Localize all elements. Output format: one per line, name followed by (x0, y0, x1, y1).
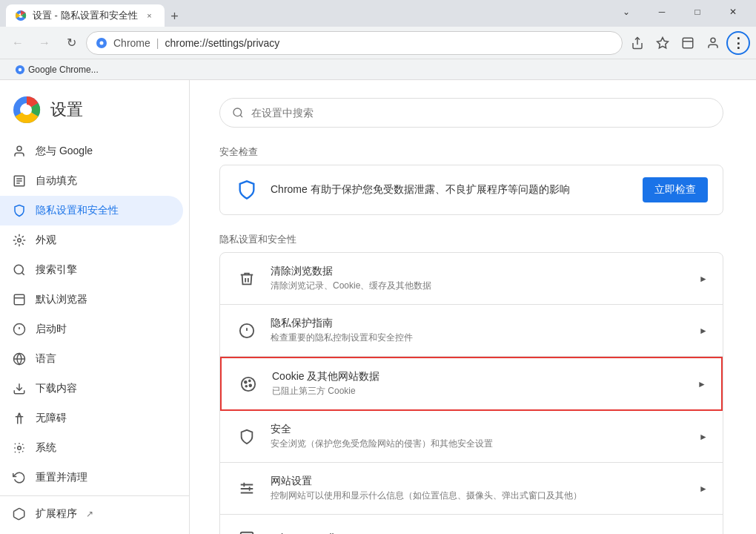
clear-browsing-icon (235, 267, 259, 291)
profile-button[interactable] (701, 31, 725, 55)
security-desc: 安全浏览（保护您免受危险网站的侵害）和其他安全设置 (271, 438, 687, 450)
sidebar-google-label: 您与 Google (36, 145, 93, 158)
svg-point-41 (245, 385, 247, 386)
chrome-bookmark-icon (15, 65, 25, 75)
menu-button[interactable]: ⋮ (726, 31, 750, 55)
sidebar: 设置 您与 Google 自动填充 隐私设置和安全性 外观 (0, 80, 190, 534)
privacy-item-site-settings[interactable]: 网站设置 控制网站可以使用和显示什么信息（如位置信息、摄像头、弹出式窗口及其他）… (220, 463, 723, 515)
tab-search-icon (681, 36, 694, 50)
address-bar[interactable]: Chrome | chrome://settings/privacy (86, 31, 623, 55)
svg-point-14 (17, 146, 21, 151)
sidebar-autofill-label: 自动填充 (36, 174, 77, 188)
privacy-guide-content: 隐私保护指南 检查重要的隐私控制设置和安全控件 (271, 317, 687, 344)
sidebar-item-autofill[interactable]: 自动填充 (0, 166, 183, 196)
forward-button[interactable]: → (33, 31, 56, 55)
svg-point-10 (19, 67, 21, 70)
reset-icon (12, 470, 27, 485)
clear-browsing-arrow: ► (699, 274, 708, 284)
sidebar-item-google[interactable]: 您与 Google (0, 136, 183, 166)
minimize-icon: ─ (659, 7, 666, 17)
cookies-icon (236, 372, 260, 396)
sidebar-item-system[interactable]: 系统 (0, 433, 183, 463)
address-domain: Chrome (113, 37, 150, 49)
close-tab-button[interactable]: × (144, 10, 156, 22)
sidebar-item-reset[interactable]: 重置并清理 (0, 463, 183, 492)
minimize-button[interactable]: ─ (645, 0, 679, 24)
search-box[interactable] (219, 98, 723, 128)
security-icon (235, 425, 259, 449)
sidebar-item-extensions[interactable]: 扩展程序 ↗ (0, 499, 183, 529)
privacy-item-sandbox[interactable]: Privacy Sandbox ► (220, 515, 723, 534)
privacy-item-security[interactable]: 安全 安全浏览（保护您免受危险网站的侵害）和其他安全设置 ► (220, 411, 723, 463)
sidebar-reset-label: 重置并清理 (36, 471, 87, 484)
privacy-guide-icon (235, 319, 259, 343)
safety-shield-icon (235, 178, 259, 202)
chevron-button[interactable]: ⌄ (609, 0, 643, 24)
safety-section-title: 安全检查 (219, 145, 726, 159)
privacy-item-cookies[interactable]: Cookie 及其他网站数据 已阻止第三方 Cookie ► (220, 357, 723, 411)
safety-check-button[interactable]: 立即检查 (643, 177, 708, 202)
svg-marker-5 (657, 37, 669, 47)
privacy-section: 隐私设置和安全性 清除浏览数据 清除浏览记录、Cookie、缓存及其他数据 ► (219, 233, 726, 534)
site-settings-content: 网站设置 控制网站可以使用和显示什么信息（如位置信息、摄像头、弹出式窗口及其他） (271, 475, 687, 502)
sidebar-title: 设置 (50, 99, 83, 121)
address-separator: | (156, 37, 159, 49)
svg-point-37 (242, 377, 255, 390)
bookmark-icon (656, 36, 669, 50)
tab-search-button[interactable] (676, 31, 700, 55)
share-icon (631, 36, 644, 50)
privacy-guide-arrow: ► (699, 326, 708, 336)
bookmark-label: Google Chrome... (28, 65, 99, 75)
cookies-content: Cookie 及其他网站数据 已阻止第三方 Cookie (272, 370, 686, 398)
site-settings-desc: 控制网站可以使用和显示什么信息（如位置信息、摄像头、弹出式窗口及其他） (271, 490, 687, 502)
privacy-item-clear-browsing[interactable]: 清除浏览数据 清除浏览记录、Cookie、缓存及其他数据 ► (220, 253, 723, 305)
privacy-section-title: 隐私设置和安全性 (219, 233, 726, 246)
accessibility-icon (12, 411, 27, 426)
startup-icon (12, 322, 27, 337)
search-input[interactable] (251, 107, 711, 119)
safety-description: Chrome 有助于保护您免受数据泄露、不良扩展程序等问题的影响 (271, 183, 631, 197)
bookmark-button[interactable] (651, 31, 674, 55)
refresh-button[interactable]: ↻ (59, 31, 83, 55)
browser-icon (12, 292, 27, 307)
security-arrow: ► (699, 432, 708, 442)
back-button[interactable]: ← (6, 31, 30, 55)
maximize-button[interactable]: □ (680, 0, 714, 24)
sidebar-item-accessibility[interactable]: 无障碍 (0, 403, 183, 433)
privacy-guide-title: 隐私保护指南 (271, 317, 687, 330)
new-tab-button[interactable]: + (165, 6, 185, 27)
share-button[interactable] (626, 31, 649, 55)
sidebar-item-appearance[interactable]: 外观 (0, 225, 183, 255)
clear-browsing-title: 清除浏览数据 (271, 265, 687, 278)
sidebar-privacy-label: 隐私设置和安全性 (36, 204, 119, 217)
sidebar-item-startup[interactable]: 启动时 (0, 314, 183, 344)
clear-browsing-desc: 清除浏览记录、Cookie、缓存及其他数据 (271, 280, 687, 292)
svg-rect-6 (683, 38, 693, 48)
profile-icon (706, 36, 720, 50)
privacy-list: 清除浏览数据 清除浏览记录、Cookie、缓存及其他数据 ► 隐私保护指南 检查… (219, 252, 723, 534)
sidebar-item-downloads[interactable]: 下载内容 (0, 374, 183, 403)
window-controls: ⌄ ─ □ ✕ (609, 0, 750, 27)
chevron-icon: ⌄ (623, 7, 630, 17)
cookies-title: Cookie 及其他网站数据 (272, 370, 686, 383)
titlebar: 设置 - 隐私设置和安全性 × + ⌄ ─ □ ✕ (0, 0, 756, 27)
toolbar: ← → ↻ Chrome | chrome://settings/privacy (0, 27, 756, 59)
privacy-item-guide[interactable]: 隐私保护指南 检查重要的隐私控制设置和安全控件 ► (220, 305, 723, 357)
privacy-guide-desc: 检查重要的隐私控制设置和安全控件 (271, 332, 687, 344)
sidebar-item-browser[interactable]: 默认浏览器 (0, 285, 183, 314)
maximize-icon: □ (694, 7, 700, 17)
cookies-desc: 已阻止第三方 Cookie (272, 385, 686, 398)
content-area: 安全检查 Chrome 有助于保护您免受数据泄露、不良扩展程序等问题的影响 立即… (190, 80, 756, 534)
active-tab[interactable]: 设置 - 隐私设置和安全性 × (6, 4, 165, 27)
close-window-button[interactable]: ✕ (716, 0, 750, 24)
sidebar-item-search[interactable]: 搜索引擎 (0, 255, 183, 285)
sidebar-item-privacy[interactable]: 隐私设置和安全性 (0, 196, 183, 225)
svg-point-40 (249, 384, 251, 386)
search-icon (232, 107, 244, 119)
svg-line-33 (240, 115, 242, 117)
main-layout: 设置 您与 Google 自动填充 隐私设置和安全性 外观 (0, 80, 756, 534)
bookmark-google-chrome[interactable]: Google Chrome... (9, 63, 105, 76)
autofill-icon (12, 174, 27, 188)
sidebar-item-language[interactable]: 语言 (0, 344, 183, 374)
sidebar-startup-label: 启动时 (36, 323, 67, 336)
